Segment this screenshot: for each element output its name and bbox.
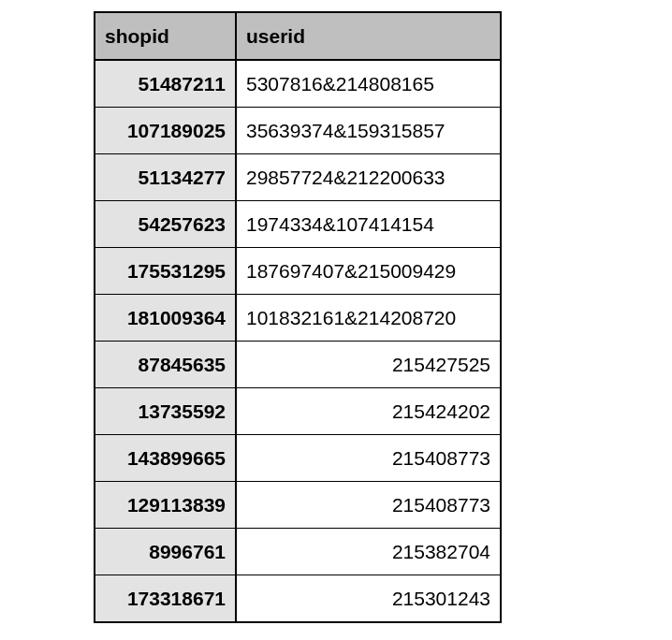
table-row: 51134277 29857724&212200633 bbox=[95, 154, 501, 201]
table-row: 181009364 101832161&214208720 bbox=[95, 295, 501, 342]
cell-userid: 215427525 bbox=[236, 342, 501, 388]
cell-shopid: 13735592 bbox=[95, 388, 236, 435]
cell-shopid: 181009364 bbox=[95, 295, 236, 342]
table-row: 129113839 215408773 bbox=[95, 482, 501, 529]
cell-shopid: 107189025 bbox=[95, 108, 236, 154]
data-table: shopid userid 51487211 5307816&214808165… bbox=[94, 11, 502, 623]
cell-shopid: 173318671 bbox=[95, 575, 236, 623]
cell-userid: 215408773 bbox=[236, 482, 501, 529]
cell-userid: 5307816&214808165 bbox=[236, 60, 501, 108]
table-row: 8996761 215382704 bbox=[95, 529, 501, 575]
cell-userid: 215301243 bbox=[236, 575, 501, 623]
cell-userid: 29857724&212200633 bbox=[236, 154, 501, 201]
cell-userid: 35639374&159315857 bbox=[236, 108, 501, 154]
cell-shopid: 8996761 bbox=[95, 529, 236, 575]
cell-userid: 187697407&215009429 bbox=[236, 248, 501, 295]
cell-userid: 215424202 bbox=[236, 388, 501, 435]
table-row: 107189025 35639374&159315857 bbox=[95, 108, 501, 154]
table-row: 175531295 187697407&215009429 bbox=[95, 248, 501, 295]
header-shopid: shopid bbox=[95, 12, 236, 60]
table-row: 51487211 5307816&214808165 bbox=[95, 60, 501, 108]
table-row: 54257623 1974334&107414154 bbox=[95, 201, 501, 248]
cell-userid: 1974334&107414154 bbox=[236, 201, 501, 248]
table-header-row: shopid userid bbox=[95, 12, 501, 60]
table-row: 143899665 215408773 bbox=[95, 435, 501, 482]
table-row: 87845635 215427525 bbox=[95, 342, 501, 388]
cell-userid: 215408773 bbox=[236, 435, 501, 482]
cell-shopid: 175531295 bbox=[95, 248, 236, 295]
cell-userid: 215382704 bbox=[236, 529, 501, 575]
cell-shopid: 129113839 bbox=[95, 482, 236, 529]
header-userid: userid bbox=[236, 12, 501, 60]
cell-shopid: 143899665 bbox=[95, 435, 236, 482]
cell-shopid: 87845635 bbox=[95, 342, 236, 388]
cell-userid: 101832161&214208720 bbox=[236, 295, 501, 342]
table-row: 13735592 215424202 bbox=[95, 388, 501, 435]
table-row: 173318671 215301243 bbox=[95, 575, 501, 623]
cell-shopid: 51487211 bbox=[95, 60, 236, 108]
cell-shopid: 54257623 bbox=[95, 201, 236, 248]
cell-shopid: 51134277 bbox=[95, 154, 236, 201]
